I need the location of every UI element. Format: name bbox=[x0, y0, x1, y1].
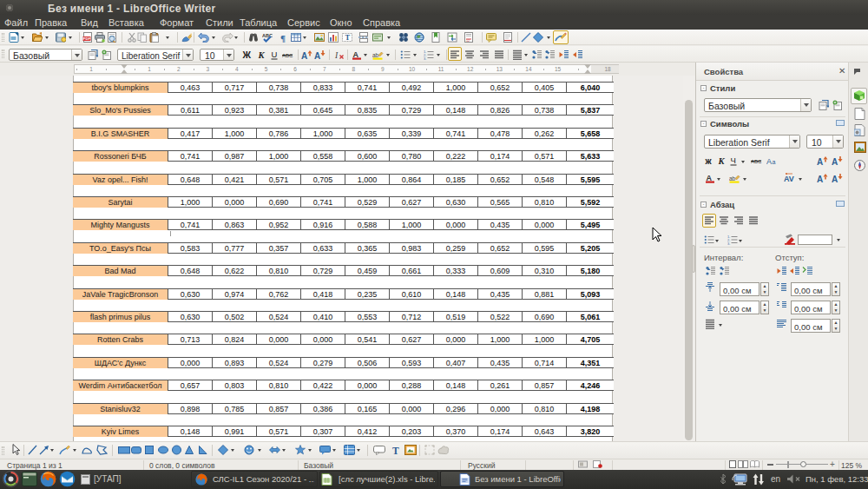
svg-text:U: U bbox=[272, 50, 278, 59]
svg-text:T: T bbox=[392, 446, 399, 456]
svg-text:ab: ab bbox=[729, 175, 736, 182]
svg-text:ab: ab bbox=[372, 52, 379, 58]
svg-text:A: A bbox=[766, 157, 772, 166]
svg-text:A: A bbox=[301, 51, 307, 61]
svg-text:3.: 3. bbox=[727, 241, 730, 245]
svg-text:K: K bbox=[258, 50, 266, 60]
svg-text:A: A bbox=[314, 51, 320, 61]
svg-text:AV: AV bbox=[784, 175, 794, 183]
svg-text:ж: ж bbox=[705, 156, 713, 166]
svg-text:3.: 3. bbox=[424, 56, 426, 60]
svg-text:a: a bbox=[773, 159, 776, 165]
svg-text:A: A bbox=[353, 50, 359, 59]
svg-text:¶: ¶ bbox=[280, 33, 286, 43]
svg-text:12: 12 bbox=[466, 39, 470, 43]
svg-text:A: A bbox=[817, 157, 823, 167]
svg-text:Ж: Ж bbox=[242, 50, 252, 60]
svg-text:A: A bbox=[832, 175, 838, 184]
svg-text:Ч: Ч bbox=[731, 155, 736, 165]
svg-text:A: A bbox=[817, 175, 823, 184]
svg-text:T: T bbox=[345, 33, 351, 42]
svg-text:I: I bbox=[334, 51, 339, 60]
svg-text:PDF: PDF bbox=[83, 36, 91, 41]
svg-text:A: A bbox=[707, 174, 713, 182]
svg-text:K: K bbox=[718, 156, 726, 166]
svg-text:A: A bbox=[832, 157, 838, 167]
